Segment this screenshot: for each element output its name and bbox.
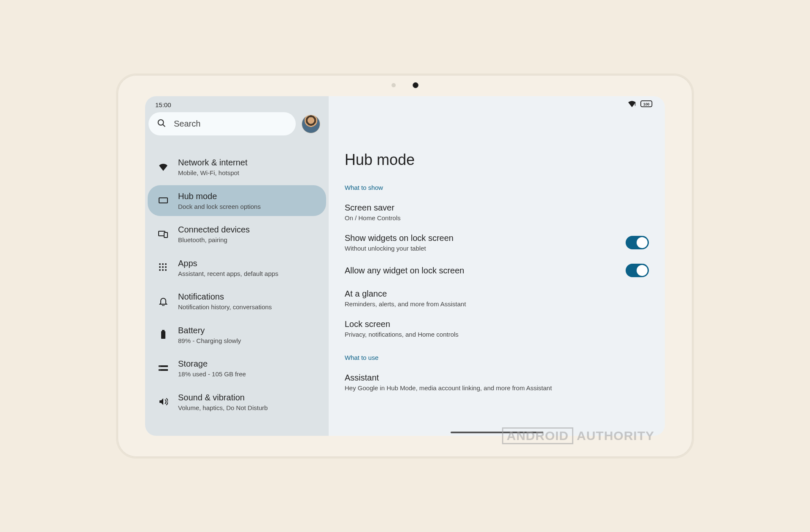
sidebar-item-title: Hub mode xyxy=(178,191,261,202)
sidebar-nav-list: Network & internetMobile, Wi-Fi, hotspot… xyxy=(145,149,329,420)
row-subtitle: Reminders, alerts, and more from Assista… xyxy=(345,300,466,308)
svg-point-16 xyxy=(159,269,161,271)
row-title: Screen saver xyxy=(345,203,401,213)
status-time: 15:00 xyxy=(155,101,171,108)
sidebar-item-wifi[interactable]: Network & internetMobile, Wi-Fi, hotspot xyxy=(148,151,326,183)
search-placeholder: Search xyxy=(174,119,200,129)
search-icon xyxy=(157,119,166,130)
settings-row[interactable]: Lock screenPrivacy, notifications, and H… xyxy=(345,313,649,344)
svg-line-6 xyxy=(163,124,165,127)
settings-row[interactable]: Allow any widget on lock screen xyxy=(345,258,649,283)
sidebar-item-devices[interactable]: Connected devicesBluetooth, pairing xyxy=(148,219,326,250)
svg-point-15 xyxy=(165,266,167,268)
search-input[interactable]: Search xyxy=(148,112,296,135)
row-subtitle: Without unlocking your tablet xyxy=(345,245,454,252)
sidebar-item-battery[interactable]: Battery89% - Charging slowly xyxy=(148,319,326,351)
profile-avatar[interactable] xyxy=(302,115,320,133)
svg-point-13 xyxy=(159,266,161,268)
sidebar-item-sound[interactable]: Sound & vibrationVolume, haptics, Do Not… xyxy=(148,386,326,418)
battery-icon xyxy=(158,330,169,339)
section-header: What to show xyxy=(345,184,649,191)
sidebar-item-title: Connected devices xyxy=(178,224,250,235)
apps-icon xyxy=(158,263,169,272)
svg-point-10 xyxy=(159,263,161,265)
svg-point-14 xyxy=(162,266,164,268)
devices-icon xyxy=(158,230,169,238)
row-title: Lock screen xyxy=(345,319,459,329)
camera-strip xyxy=(118,82,692,89)
row-subtitle: Hey Google in Hub Mode, media account li… xyxy=(345,384,552,392)
row-title: Assistant xyxy=(345,373,552,383)
sidebar-item-title: Notifications xyxy=(178,291,272,302)
detail-pane: Hub mode What to showScreen saverOn / Ho… xyxy=(329,96,665,436)
svg-rect-24 xyxy=(159,370,160,370)
sidebar-item-apps[interactable]: AppsAssistant, recent apps, default apps xyxy=(148,252,326,284)
bell-icon xyxy=(158,297,169,306)
svg-rect-9 xyxy=(164,232,167,238)
row-subtitle: Privacy, notifications, and Home control… xyxy=(345,331,459,338)
sidebar-item-subtitle: Mobile, Wi-Fi, hotspot xyxy=(178,169,248,177)
sidebar-item-subtitle: 18% used - 105 GB free xyxy=(178,370,246,378)
svg-point-12 xyxy=(165,263,167,265)
sidebar-item-hub[interactable]: Hub modeDock and lock screen options xyxy=(148,185,326,216)
storage-icon xyxy=(158,365,169,372)
svg-rect-7 xyxy=(159,198,167,203)
sidebar-item-title: Storage xyxy=(178,358,246,369)
sidebar-item-title: Battery xyxy=(178,325,241,336)
section-header: What to use xyxy=(345,354,649,361)
svg-point-17 xyxy=(162,269,164,271)
settings-row[interactable]: Screen saverOn / Home Controls xyxy=(345,197,649,227)
toggle-switch[interactable] xyxy=(626,264,649,277)
row-title: At a glance xyxy=(345,289,466,299)
sidebar-item-subtitle: Bluetooth, pairing xyxy=(178,236,250,244)
wifi-icon xyxy=(158,163,169,171)
settings-row[interactable]: Show widgets on lock screenWithout unloc… xyxy=(345,227,649,258)
row-title: Show widgets on lock screen xyxy=(345,233,454,243)
sidebar-item-storage[interactable]: Storage18% used - 105 GB free xyxy=(148,353,326,384)
settings-row[interactable]: At a glanceReminders, alerts, and more f… xyxy=(345,283,649,313)
device-bezel: 15:00 100 xyxy=(116,73,694,459)
gesture-nav-bar[interactable] xyxy=(451,432,543,433)
row-subtitle: On / Home Controls xyxy=(345,214,401,221)
ambient-sensor-icon xyxy=(392,83,396,87)
settings-row[interactable]: AssistantHey Google in Hub Mode, media a… xyxy=(345,367,649,397)
sidebar-item-title: Apps xyxy=(178,258,278,269)
svg-point-11 xyxy=(162,263,164,265)
sidebar-item-subtitle: Volume, haptics, Do Not Disturb xyxy=(178,404,268,412)
sidebar-item-subtitle: 89% - Charging slowly xyxy=(178,337,241,345)
sidebar-item-subtitle: Assistant, recent apps, default apps xyxy=(178,270,278,278)
svg-rect-19 xyxy=(162,330,165,331)
svg-point-18 xyxy=(165,269,167,271)
sidebar-item-title: Network & internet xyxy=(178,157,248,168)
sound-icon xyxy=(158,397,169,406)
screen: 15:00 100 xyxy=(145,96,665,436)
toggle-switch[interactable] xyxy=(626,236,649,249)
sidebar-item-subtitle: Notification history, conversations xyxy=(178,303,272,311)
hub-icon xyxy=(158,197,169,204)
sidebar-item-bell[interactable]: NotificationsNotification history, conve… xyxy=(148,286,326,317)
svg-point-5 xyxy=(158,119,164,125)
sidebar-item-title: Sound & vibration xyxy=(178,392,268,403)
row-title: Allow any widget on lock screen xyxy=(345,266,464,275)
sidebar-item-subtitle: Dock and lock screen options xyxy=(178,203,261,211)
page-title: Hub mode xyxy=(345,151,649,169)
svg-rect-20 xyxy=(161,331,165,339)
svg-rect-23 xyxy=(159,366,160,366)
settings-sidebar: Search Network & internetMobile, Wi-Fi, … xyxy=(145,96,329,436)
front-camera-icon xyxy=(413,82,418,88)
